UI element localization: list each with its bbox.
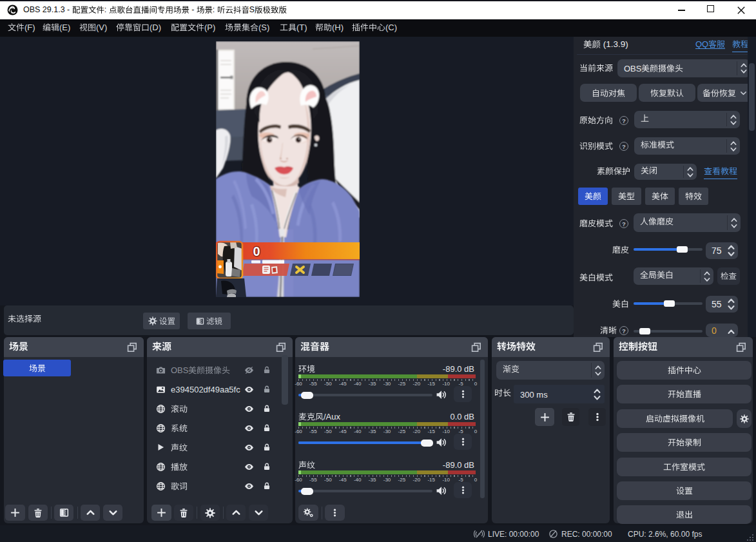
svg-text:0: 0 xyxy=(253,244,260,258)
